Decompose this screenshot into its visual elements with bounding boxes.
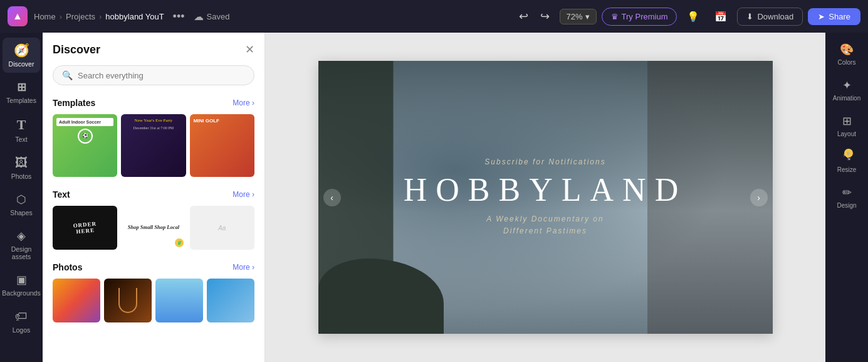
search-input[interactable]	[78, 71, 245, 80]
sidebar-item-logos[interactable]: 🏷 Logos	[3, 304, 40, 339]
try-premium-button[interactable]: ♛ Try Premium	[602, 8, 677, 26]
right-item-design[interactable]: ✏ Design	[827, 181, 866, 214]
cloud-icon: ☁	[194, 11, 204, 23]
breadcrumb: Home › Projects › hobbyland YouT	[34, 12, 164, 21]
templates-section-header: Templates More ›	[53, 98, 254, 108]
sidebar-item-discover[interactable]: 🧭 Discover	[3, 38, 40, 73]
discover-header: Discover ✕	[53, 43, 254, 56]
photo-thumb-4[interactable]	[207, 279, 254, 322]
text-more-link[interactable]: More ›	[233, 190, 254, 199]
discover-panel: Discover ✕ 🔍 Templates More › Adult Indo…	[43, 33, 265, 362]
text-section-title: Text	[53, 189, 70, 200]
layout-icon: ⊞	[842, 114, 852, 128]
nav-current: hobbyland YouT	[105, 12, 164, 21]
canvas-area: Subscribe for Notifications HOBBYLAND A …	[265, 33, 825, 362]
animation-icon: ✦	[842, 78, 852, 92]
search-icon: 🔍	[62, 70, 73, 80]
nav-home[interactable]: Home	[34, 12, 56, 21]
crown-icon: ♛	[611, 12, 619, 21]
right-item-colors[interactable]: 🎨 Colors	[827, 38, 866, 71]
share-button[interactable]: ➤ Share	[808, 8, 860, 25]
resize-crown-badge: ♛	[844, 149, 853, 157]
sidebar-item-backgrounds[interactable]: ▣ Backgrounds	[3, 268, 40, 302]
sidebar-item-photos[interactable]: 🖼 Photos	[3, 151, 40, 185]
compass-icon: 🧭	[14, 43, 29, 58]
discover-title: Discover	[53, 43, 100, 56]
photos-icon: 🖼	[15, 156, 28, 170]
undo-button[interactable]: ↩	[515, 7, 533, 26]
photos-section-header: Photos More ›	[53, 262, 254, 272]
main-area: 🧭 Discover ⊞ Templates T Text 🖼 Photos ⬡…	[0, 33, 868, 362]
download-button[interactable]: ⬇ Download	[737, 8, 803, 26]
photo-thumb-2[interactable]	[104, 279, 152, 322]
right-item-animation[interactable]: ✦ Animation	[827, 73, 866, 107]
photos-section: Photos More ›	[53, 262, 254, 322]
text-thumb-2[interactable]: Shop Small Shop Local ♛	[121, 206, 186, 250]
canvas-main-title: HOBBYLAND	[404, 171, 687, 208]
canvas-prev-button[interactable]: ‹	[323, 189, 341, 206]
colors-icon: 🎨	[840, 43, 854, 56]
sidebar-item-text[interactable]: T Text	[3, 112, 40, 148]
right-item-resize[interactable]: ⤡ ♛ Resize	[827, 145, 866, 178]
download-icon: ⬇	[746, 12, 753, 21]
photos-more-link[interactable]: More ›	[233, 263, 254, 272]
share-icon: ➤	[818, 12, 825, 21]
templates-more-link[interactable]: More ›	[233, 98, 254, 107]
right-sidebar: 🎨 Colors ✦ Animation ⊞ Layout ⤡ ♛ Resize…	[825, 33, 868, 362]
shapes-icon: ⬡	[16, 193, 26, 206]
canvas-content: Subscribe for Notifications HOBBYLAND A …	[318, 61, 773, 334]
more-options-button[interactable]: •••	[173, 10, 185, 23]
lightbulb-button[interactable]: 💡	[682, 5, 704, 28]
app-logo[interactable]: ▲	[8, 6, 28, 26]
right-item-layout[interactable]: ⊞ Layout	[827, 109, 866, 142]
canvas-subscribe-text: Subscribe for Notifications	[484, 157, 605, 166]
left-sidebar: 🧭 Discover ⊞ Templates T Text 🖼 Photos ⬡…	[0, 33, 43, 362]
sidebar-item-design-assets[interactable]: ◈ Design assets	[3, 224, 40, 265]
nav-projects[interactable]: Projects	[66, 12, 95, 21]
photo-thumb-3[interactable]	[155, 279, 203, 322]
crown-badge: ♛	[175, 238, 184, 247]
templates-grid: Adult Indoor Soccer ⚽ New Year's Eve Par…	[53, 114, 254, 177]
sidebar-item-shapes[interactable]: ⬡ Shapes	[3, 188, 40, 221]
text-section: Text More › ORDERHERE Shop Small Shop Lo…	[53, 189, 254, 250]
design-assets-icon: ◈	[17, 229, 26, 243]
design-icon: ✏	[842, 186, 852, 200]
template-thumb-2[interactable]: New Year's Eve Party December 31st at 7:…	[121, 114, 186, 177]
redo-button[interactable]: ↪	[536, 7, 555, 26]
text-items: ORDERHERE Shop Small Shop Local ♛ Aa	[53, 206, 254, 250]
chevron-down-icon: ▾	[585, 12, 590, 21]
canvas-subtitle: A Weekly Documentary on Different Pastim…	[486, 213, 604, 237]
text-thumb-3[interactable]: Aa	[190, 206, 254, 250]
save-status: ☁ Saved	[194, 11, 230, 23]
photo-thumb-1[interactable]	[53, 279, 100, 322]
close-panel-button[interactable]: ✕	[245, 43, 254, 56]
calendar-button[interactable]: 📅	[709, 5, 732, 28]
canvas-next-button[interactable]: ›	[750, 189, 768, 206]
canvas-wrapper[interactable]: Subscribe for Notifications HOBBYLAND A …	[318, 61, 773, 334]
templates-icon: ⊞	[17, 80, 26, 94]
text-icon: T	[17, 117, 26, 133]
template-thumb-1[interactable]: Adult Indoor Soccer ⚽	[53, 114, 117, 177]
templates-section-title: Templates	[53, 98, 95, 108]
undo-redo-group: ↩ ↪	[515, 7, 555, 26]
topbar-actions: ↩ ↪ 72% ▾ ♛ Try Premium 💡 📅 ⬇ Download ➤…	[515, 5, 860, 28]
template-thumb-3[interactable]: MINI GOLF	[190, 114, 254, 177]
backgrounds-icon: ▣	[16, 273, 27, 287]
logos-icon: 🏷	[15, 309, 28, 324]
topbar: ▲ Home › Projects › hobbyland YouT ••• ☁…	[0, 0, 868, 33]
photos-section-title: Photos	[53, 262, 82, 272]
text-thumb-1[interactable]: ORDERHERE	[53, 206, 117, 250]
zoom-control[interactable]: 72% ▾	[560, 9, 597, 24]
photos-grid	[53, 279, 254, 322]
search-box[interactable]: 🔍	[53, 65, 254, 85]
text-section-header: Text More ›	[53, 189, 254, 200]
sidebar-item-templates[interactable]: ⊞ Templates	[3, 75, 40, 109]
